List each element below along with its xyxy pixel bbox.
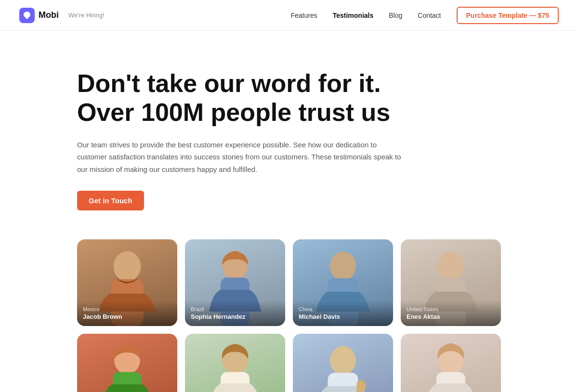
person-card-jacob[interactable]: Mexico Jacob Brown <box>77 239 177 326</box>
svg-point-6 <box>438 252 464 281</box>
page-wrapper: Don't take our word for it. Over 100M pe… <box>0 0 578 392</box>
person-card-william[interactable]: South Africa William Garcia <box>293 334 393 392</box>
hero-description: Our team strives to provide the best cus… <box>77 139 405 176</box>
person-card-ava[interactable]: France Ava Wright <box>401 334 501 392</box>
hero-headline: Don't take our word for it. Over 100M pe… <box>77 69 501 127</box>
card-overlay-jacob: Mexico Jacob Brown <box>77 301 177 326</box>
card-name-sophia: Sophia Hernandez <box>191 313 279 320</box>
card-overlay-enes: United States Enes Aktas <box>401 301 501 326</box>
person-figure-charlotte <box>77 334 177 392</box>
card-country-sophia: Brazil <box>191 306 279 312</box>
person-card-olivia[interactable]: Japan Olivia Taylor <box>185 334 285 392</box>
testimonial-grid: Mexico Jacob Brown Brazil Sophia Hernand… <box>77 239 501 392</box>
svg-point-12 <box>330 346 356 375</box>
nav-links: Features Testimonials Blog Contact Purch… <box>290 7 559 24</box>
navbar: Mobi We're Hiring! Features Testimonials… <box>0 0 578 31</box>
nav-features[interactable]: Features <box>290 12 317 19</box>
nav-contact[interactable]: Contact <box>418 12 441 19</box>
card-country-michael: China <box>299 306 387 312</box>
testimonial-grid-section: Mexico Jacob Brown Brazil Sophia Hernand… <box>58 239 520 392</box>
person-card-enes[interactable]: United States Enes Aktas <box>401 239 501 326</box>
nav-testimonials[interactable]: Testimonials <box>333 12 374 19</box>
person-card-sophia[interactable]: Brazil Sophia Hernandez <box>185 239 285 326</box>
person-card-michael[interactable]: China Michael Davis <box>293 239 393 326</box>
person-figure-olivia <box>185 334 285 392</box>
card-name-jacob: Jacob Brown <box>83 313 171 320</box>
svg-point-4 <box>330 252 356 281</box>
hero-section: Don't take our word for it. Over 100M pe… <box>58 31 520 239</box>
card-name-michael: Michael Davis <box>299 313 387 320</box>
person-figure-ava <box>401 334 501 392</box>
person-card-charlotte[interactable]: Australia Charlotte Lee <box>77 334 177 392</box>
card-country-enes: United States <box>407 306 495 312</box>
logo-icon <box>19 8 35 23</box>
hiring-badge: We're Hiring! <box>68 12 104 19</box>
card-overlay-michael: China Michael Davis <box>293 301 393 326</box>
person-figure-william <box>293 334 393 392</box>
card-country-jacob: Mexico <box>83 306 171 312</box>
card-name-enes: Enes Aktas <box>407 313 495 320</box>
logo-text: Mobi <box>39 10 59 20</box>
svg-point-0 <box>114 251 141 282</box>
purchase-button[interactable]: Purchase Template — $75 <box>457 7 559 24</box>
card-overlay-sophia: Brazil Sophia Hernandez <box>185 301 285 326</box>
hero-cta-button[interactable]: Get in Touch <box>77 191 144 210</box>
logo[interactable]: Mobi <box>19 8 59 23</box>
nav-blog[interactable]: Blog <box>389 12 402 19</box>
